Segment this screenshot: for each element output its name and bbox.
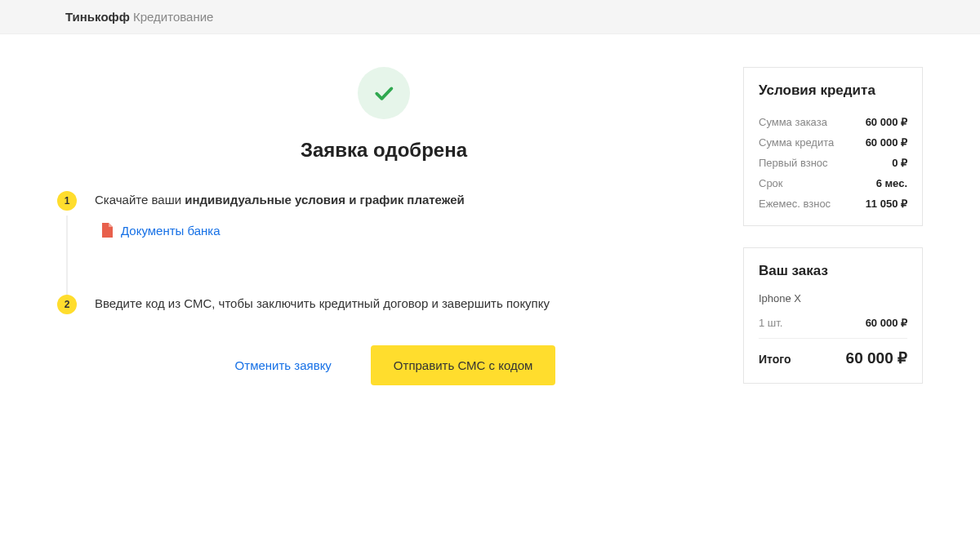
step-1-text-bold: индивидуальные условия и график платежей xyxy=(185,193,465,207)
label-down-payment: Первый взнос xyxy=(759,157,828,169)
brand-bold: Тинькофф xyxy=(65,10,130,24)
cancel-button[interactable]: Отменить заявку xyxy=(212,345,354,385)
credit-terms-title: Условия кредита xyxy=(759,82,907,99)
page: Заявка одобрена 1 Скачайте ваши индивиду… xyxy=(41,67,939,405)
value-down-payment: 0 ₽ xyxy=(892,157,907,169)
row-order-sum: Сумма заказа 60 000 ₽ xyxy=(759,112,907,132)
value-credit-sum: 60 000 ₽ xyxy=(866,136,907,149)
bank-documents-link[interactable]: Документы банка xyxy=(121,224,220,238)
step-1-body: Скачайте ваши индивидуальные условия и г… xyxy=(95,191,710,238)
brand-light: Кредитование xyxy=(130,10,214,24)
document-icon xyxy=(101,223,113,238)
row-down-payment: Первый взнос 0 ₽ xyxy=(759,153,907,173)
doc-link-row: Документы банка xyxy=(95,223,710,238)
value-monthly: 11 050 ₽ xyxy=(866,198,907,210)
label-term: Срок xyxy=(759,177,783,189)
header: Тинькофф Кредитование xyxy=(0,0,980,34)
step-1-text: Скачайте ваши индивидуальные условия и г… xyxy=(95,193,710,207)
step-2: 2 Введите код из СМС, чтобы заключить кр… xyxy=(57,295,710,314)
order-card: Ваш заказ Iphone X 1 шт. 60 000 ₽ Итого … xyxy=(743,247,923,384)
row-credit-sum: Сумма кредита 60 000 ₽ xyxy=(759,132,907,153)
step-1-text-pre: Скачайте ваши xyxy=(95,193,185,207)
step-1: 1 Скачайте ваши индивидуальные условия и… xyxy=(57,191,710,238)
step-1-badge: 1 xyxy=(57,191,77,211)
row-total: Итого 60 000 ₽ xyxy=(759,338,907,371)
label-order-sum: Сумма заказа xyxy=(759,116,827,128)
value-order-sum: 60 000 ₽ xyxy=(866,116,907,128)
step-2-text: Введите код из СМС, чтобы заключить кред… xyxy=(95,296,710,310)
value-total: 60 000 ₽ xyxy=(846,349,907,367)
sidebar: Условия кредита Сумма заказа 60 000 ₽ Су… xyxy=(743,67,923,405)
row-term: Срок 6 мес. xyxy=(759,173,907,193)
label-total: Итого xyxy=(759,353,791,366)
value-qty: 60 000 ₽ xyxy=(866,317,907,329)
label-monthly: Ежемес. взнос xyxy=(759,198,831,210)
brand: Тинькофф Кредитование xyxy=(65,10,213,24)
order-title: Ваш заказ xyxy=(759,263,907,279)
page-title: Заявка одобрена xyxy=(57,139,710,162)
order-item-name: Iphone X xyxy=(759,292,907,304)
value-term: 6 мес. xyxy=(876,177,907,189)
row-monthly: Ежемес. взнос 11 050 ₽ xyxy=(759,193,907,214)
step-2-body: Введите код из СМС, чтобы заключить кред… xyxy=(95,295,710,310)
step-connector xyxy=(66,216,68,305)
step-2-badge: 2 xyxy=(57,295,77,314)
success-check-circle xyxy=(358,67,410,119)
label-qty: 1 шт. xyxy=(759,317,782,329)
label-credit-sum: Сумма кредита xyxy=(759,136,834,149)
check-icon xyxy=(372,81,396,105)
credit-terms-card: Условия кредита Сумма заказа 60 000 ₽ Су… xyxy=(743,67,923,226)
row-qty: 1 шт. 60 000 ₽ xyxy=(759,313,907,333)
send-sms-button[interactable]: Отправить СМС с кодом xyxy=(371,345,556,385)
steps: 1 Скачайте ваши индивидуальные условия и… xyxy=(57,191,710,314)
actions: Отменить заявку Отправить СМС с кодом xyxy=(57,345,710,385)
main-column: Заявка одобрена 1 Скачайте ваши индивиду… xyxy=(57,67,710,405)
